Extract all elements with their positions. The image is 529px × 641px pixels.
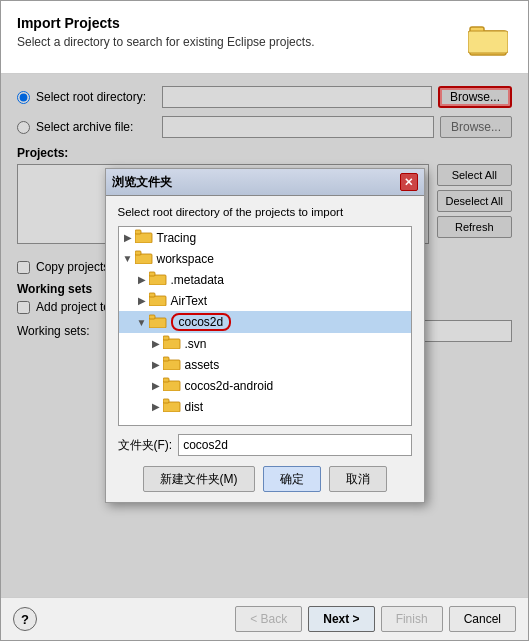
- svg-rect-17: [163, 381, 180, 391]
- ok-button[interactable]: 确定: [263, 466, 321, 492]
- wizard-header-icon: [464, 15, 512, 63]
- tree-item[interactable]: ▶ dist: [119, 396, 411, 417]
- folder-icon: [163, 335, 181, 352]
- tree-expand-icon: ▶: [135, 295, 149, 306]
- wizard-subtitle: Select a directory to search for existin…: [17, 35, 314, 49]
- browse-dialog: 浏览文件夹 ✕ Select root directory of the pro…: [105, 168, 425, 503]
- tree-expand-icon: ▶: [149, 359, 163, 370]
- footer-left: ?: [13, 607, 37, 631]
- folder-icon: [149, 271, 167, 288]
- svg-rect-16: [163, 357, 169, 361]
- folder-icon: [163, 356, 181, 373]
- wizard-window: Import Projects Select a directory to se…: [0, 0, 529, 641]
- tree-expand-icon: ▶: [121, 232, 135, 243]
- svg-rect-11: [149, 318, 166, 328]
- wizard-body: Select root directory: Browse... Select …: [1, 74, 528, 597]
- tree-expand-icon: ▼: [135, 317, 149, 328]
- tree-item-label: Tracing: [157, 231, 197, 245]
- tree-item[interactable]: ▶ .svn: [119, 333, 411, 354]
- folder-icon: [135, 229, 153, 246]
- wizard-footer: ? < Back Next > Finish Cancel: [1, 597, 528, 640]
- tree-item-label: .metadata: [171, 273, 224, 287]
- folder-icon: [163, 377, 181, 394]
- tree-item[interactable]: ▼ cocos2d: [119, 311, 411, 333]
- tree-item[interactable]: ▶ Tracing: [119, 227, 411, 248]
- tree-item[interactable]: ▶ AirText: [119, 290, 411, 311]
- svg-rect-8: [149, 272, 155, 276]
- tree-item-label: cocos2d-android: [185, 379, 274, 393]
- tree-expand-icon: ▶: [149, 380, 163, 391]
- folder-name-input[interactable]: [178, 434, 411, 456]
- tree-item-label: dist: [185, 400, 204, 414]
- wizard-title: Import Projects: [17, 15, 314, 31]
- dialog-body: Select root directory of the projects to…: [106, 196, 424, 502]
- tree-item-label: workspace: [157, 252, 214, 266]
- folder-icon: [149, 292, 167, 309]
- modal-overlay: 浏览文件夹 ✕ Select root directory of the pro…: [1, 74, 528, 597]
- dialog-titlebar: 浏览文件夹 ✕: [106, 169, 424, 196]
- svg-rect-14: [163, 336, 169, 340]
- dialog-buttons: 新建文件夹(M) 确定 取消: [118, 466, 412, 492]
- folder-field-row: 文件夹(F):: [118, 434, 412, 456]
- cancel-button[interactable]: Cancel: [449, 606, 516, 632]
- svg-rect-4: [135, 230, 141, 234]
- back-button[interactable]: < Back: [235, 606, 302, 632]
- folder-icon: [135, 250, 153, 267]
- tree-item-label: cocos2d: [171, 313, 232, 331]
- svg-rect-3: [135, 233, 152, 243]
- svg-rect-7: [149, 275, 166, 285]
- svg-rect-13: [163, 339, 180, 349]
- tree-expand-icon: ▼: [121, 253, 135, 264]
- svg-rect-12: [149, 315, 155, 319]
- import-folder-icon: [468, 21, 508, 57]
- tree-item-label: AirText: [171, 294, 208, 308]
- svg-rect-10: [149, 293, 155, 297]
- tree-item-label: .svn: [185, 337, 207, 351]
- new-folder-button[interactable]: 新建文件夹(M): [143, 466, 255, 492]
- tree-expand-icon: ▶: [149, 401, 163, 412]
- folder-icon: [149, 314, 167, 331]
- footer-right: < Back Next > Finish Cancel: [235, 606, 516, 632]
- help-button[interactable]: ?: [13, 607, 37, 631]
- svg-rect-20: [163, 399, 169, 403]
- dialog-title: 浏览文件夹: [112, 174, 172, 191]
- svg-rect-18: [163, 378, 169, 382]
- wizard-header-text: Import Projects Select a directory to se…: [17, 15, 314, 49]
- tree-expand-icon: ▶: [149, 338, 163, 349]
- cancel-dialog-button[interactable]: 取消: [329, 466, 387, 492]
- wizard-header: Import Projects Select a directory to se…: [1, 1, 528, 74]
- svg-rect-19: [163, 402, 180, 412]
- tree-item[interactable]: ▶ cocos2d-android: [119, 375, 411, 396]
- folder-tree[interactable]: ▶ Tracing▼ workspace▶ .metadata▶ AirText…: [118, 226, 412, 426]
- dialog-close-button[interactable]: ✕: [400, 173, 418, 191]
- folder-field-label: 文件夹(F):: [118, 437, 173, 454]
- next-button[interactable]: Next >: [308, 606, 374, 632]
- tree-item[interactable]: ▶ .metadata: [119, 269, 411, 290]
- svg-rect-6: [135, 251, 141, 255]
- svg-rect-2: [468, 31, 508, 53]
- folder-icon: [163, 398, 181, 415]
- tree-item[interactable]: ▼ workspace: [119, 248, 411, 269]
- finish-button[interactable]: Finish: [381, 606, 443, 632]
- svg-rect-9: [149, 296, 166, 306]
- tree-expand-icon: ▶: [135, 274, 149, 285]
- svg-rect-15: [163, 360, 180, 370]
- tree-item-label: assets: [185, 358, 220, 372]
- dialog-instruction: Select root directory of the projects to…: [118, 206, 412, 218]
- svg-rect-5: [135, 254, 152, 264]
- tree-item[interactable]: ▶ assets: [119, 354, 411, 375]
